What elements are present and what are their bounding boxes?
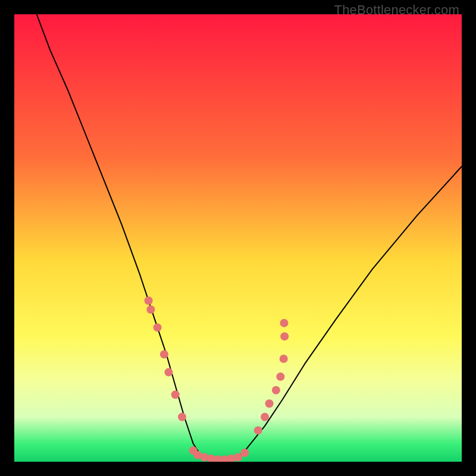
sample-point [276,372,284,381]
sample-point [154,323,162,331]
sample-point [265,399,274,408]
sample-point [160,350,168,359]
sample-point [171,390,180,399]
sample-point [280,319,289,327]
sample-point [164,368,173,377]
chart-frame [14,14,462,462]
sample-point [146,305,155,314]
sample-point [261,413,269,421]
sample-point [272,386,280,394]
sample-point [240,449,249,457]
sample-point [145,296,153,305]
sample-point [178,413,186,421]
sample-point [280,355,288,363]
sample-point [280,332,289,340]
sample-point [254,426,262,434]
gradient-background [14,14,462,462]
bottleneck-chart [14,14,462,462]
watermark-text: TheBottlenecker.com [334,2,459,18]
